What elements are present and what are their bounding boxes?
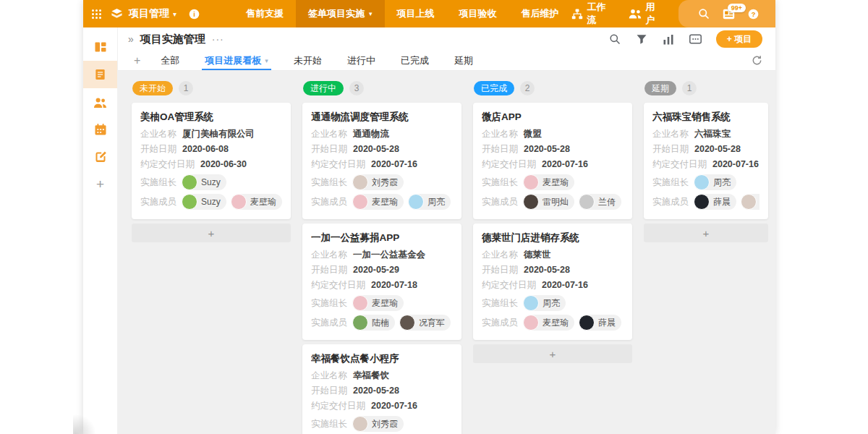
- member-chip: 薛晨: [579, 315, 621, 331]
- member-name: 麦壁瑜: [250, 196, 276, 208]
- field-label: 企业名称: [311, 370, 347, 381]
- card-field-row: 约定交付日期2020-07-16: [482, 280, 624, 291]
- document-icon: [94, 68, 106, 81]
- member-name: 麦壁瑜: [372, 196, 398, 208]
- status-badge: 已完成: [474, 81, 514, 95]
- help-icon[interactable]: ?: [748, 9, 759, 20]
- topbar-link-label: 用户: [646, 1, 660, 27]
- topbar-link[interactable]: 用户: [629, 0, 660, 27]
- member-chip: 刘秀霞: [741, 194, 760, 210]
- topbar-nav-item[interactable]: 项目验收: [447, 0, 509, 27]
- topbar-nav-item[interactable]: 售前支援: [234, 0, 296, 27]
- topbar-link[interactable]: 工作流: [571, 0, 610, 27]
- avatar: [352, 194, 368, 210]
- project-card[interactable]: 幸福餐饮点餐小程序企业名称幸福餐饮开始日期2020-05-28约定交付日期202…: [302, 344, 461, 434]
- field-label: 约定交付日期: [652, 159, 707, 170]
- info-icon[interactable]: i: [189, 9, 200, 20]
- member-chip: 薛晨: [694, 194, 736, 210]
- project-card[interactable]: 通通物流调度管理系统企业名称通通物流开始日期2020-05-28约定交付日期20…: [302, 103, 461, 219]
- comment-icon[interactable]: [689, 34, 702, 45]
- apps-grid-icon[interactable]: [92, 9, 101, 19]
- card-field-row: 开始日期2020-05-28: [311, 386, 453, 396]
- add-view-icon[interactable]: +: [134, 51, 140, 70]
- card-people-row: 实施成员薛晨刘秀霞: [652, 194, 760, 210]
- tab-延期[interactable]: 延期: [451, 51, 476, 70]
- add-card-button[interactable]: +: [644, 224, 768, 242]
- card-people-row: 实施组长周亮: [652, 174, 760, 190]
- sidebar-item-calendar[interactable]: [83, 116, 117, 143]
- project-card[interactable]: 六福珠宝销售系统企业名称六福珠宝开始日期2020-05-28约定交付日期2020…: [644, 103, 768, 219]
- card-title: 美柚OA管理系统: [140, 111, 282, 124]
- field-label: 开始日期: [311, 265, 347, 276]
- project-card[interactable]: 微店APP企业名称微盟开始日期2020-05-28约定交付日期2020-07-1…: [473, 103, 632, 219]
- field-value: 2020-07-16: [371, 159, 417, 170]
- member-name: 麦壁瑜: [542, 176, 569, 189]
- card-field-row: 约定交付日期2020-07-18: [311, 280, 453, 291]
- add-project-button[interactable]: + 项目: [716, 30, 762, 48]
- avatar: [182, 174, 197, 190]
- more-options-icon[interactable]: ···: [212, 33, 224, 45]
- add-card-button[interactable]: +: [473, 344, 632, 363]
- sidebar-item-team[interactable]: [83, 88, 117, 116]
- tab-全部[interactable]: 全部: [158, 51, 182, 70]
- field-value: 2020-07-16: [542, 280, 588, 291]
- card-people-row: 实施成员麦壁瑜薛晨文: [482, 315, 624, 331]
- column-header: 已完成2: [474, 81, 632, 95]
- member-name: 薛晨: [713, 196, 731, 208]
- member-name: Suzy: [201, 197, 221, 207]
- avatar: [694, 194, 710, 210]
- chart-icon[interactable]: [663, 34, 674, 45]
- filter-icon[interactable]: [636, 34, 647, 45]
- member-chip: 况育军: [399, 315, 451, 331]
- project-card[interactable]: 一加一公益募捐APP企业名称一加一公益基金会开始日期2020-05-29约定交付…: [302, 224, 461, 340]
- status-badge: 未开始: [132, 81, 173, 95]
- refresh-icon[interactable]: [752, 51, 762, 70]
- search-icon[interactable]: [609, 33, 621, 45]
- chevron-down-icon[interactable]: ▾: [173, 10, 176, 18]
- card-field-row: 企业名称六福珠宝: [652, 129, 760, 140]
- tab-未开始[interactable]: 未开始: [291, 51, 325, 70]
- field-label: 约定交付日期: [311, 159, 365, 170]
- sidebar-item-document[interactable]: [83, 61, 117, 88]
- field-value: 2020-07-16: [712, 159, 759, 170]
- sidebar-item-compose[interactable]: [83, 143, 117, 171]
- tab-已完成[interactable]: 已完成: [398, 51, 432, 70]
- card-field-row: 约定交付日期2020-07-16: [311, 159, 453, 170]
- card-people-row: 实施组长刘秀霞: [311, 416, 453, 432]
- project-card[interactable]: 美柚OA管理系统企业名称厦门美柚有限公司开始日期2020-06-08约定交付日期…: [132, 103, 291, 219]
- field-value: 一加一公益基金会: [353, 250, 425, 260]
- collapse-breadcrumb-icon[interactable]: »: [128, 33, 134, 45]
- field-label: 开始日期: [311, 386, 347, 396]
- card-people-row: 实施成员陆楠况育军: [311, 315, 453, 331]
- member-chip: 雷明灿: [523, 194, 574, 210]
- app-window: 项目管理 ▾ i 售前支援签单项目实施▾项目上线项目验收售后维护 工作流用户 9…: [83, 0, 775, 434]
- topbar-nav-item[interactable]: 售后维护: [509, 0, 571, 27]
- card-title: 幸福餐饮点餐小程序: [311, 352, 453, 365]
- add-card-button[interactable]: +: [132, 224, 291, 242]
- avatar: [352, 174, 368, 190]
- member-name: 刘秀霞: [372, 418, 398, 430]
- member-chip: Suzy: [182, 194, 226, 210]
- avatar: [231, 194, 247, 210]
- topbar-nav-item[interactable]: 签单项目实施▾: [296, 0, 385, 27]
- member-chip: 麦壁瑜: [352, 295, 404, 311]
- field-label: 企业名称: [652, 129, 689, 140]
- avatar: [579, 194, 595, 210]
- avatar: [523, 295, 539, 311]
- sidebar-item-plus[interactable]: +: [83, 171, 117, 198]
- search-icon[interactable]: [698, 8, 710, 20]
- news-icon[interactable]: 99+: [723, 9, 735, 20]
- app-title[interactable]: 项目管理: [129, 7, 169, 20]
- tab-row: 全部项目进展看板▾未开始进行中已完成延期: [158, 51, 495, 70]
- field-label: 开始日期: [652, 144, 689, 155]
- tab-进行中[interactable]: 进行中: [344, 51, 378, 70]
- member-chip: 周亮: [694, 174, 736, 190]
- project-card[interactable]: 德莱世门店进销存系统企业名称德莱世开始日期2020-05-28约定交付日期202…: [473, 224, 632, 340]
- sidebar-item-board[interactable]: [83, 33, 117, 61]
- topbar-link-label: 工作流: [587, 1, 610, 27]
- tab-项目进展看板[interactable]: 项目进展看板▾: [202, 51, 271, 70]
- card-title: 微店APP: [482, 111, 624, 124]
- card-title: 一加一公益募捐APP: [311, 231, 453, 244]
- topbar-nav-item[interactable]: 项目上线: [385, 0, 447, 27]
- member-name: Suzy: [201, 177, 221, 187]
